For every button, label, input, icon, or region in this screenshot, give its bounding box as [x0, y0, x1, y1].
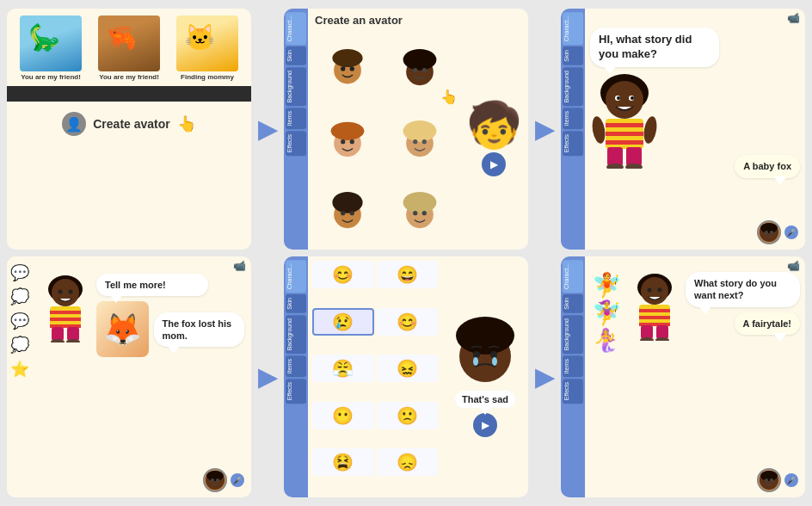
- svg-rect-35: [606, 140, 643, 145]
- svg-point-15: [422, 139, 427, 144]
- tab-items-2[interactable]: Items: [286, 108, 306, 129]
- svg-rect-54: [52, 327, 64, 341]
- mini-face-svg-6: [759, 470, 779, 491]
- question-bubble-6: What story do you want next?: [686, 272, 800, 307]
- emotion-8[interactable]: 🙁: [377, 402, 439, 429]
- video-icon-3[interactable]: 📹: [787, 12, 800, 24]
- book-item-2[interactable]: 🦐 You are my friend!: [98, 15, 160, 81]
- svg-point-1: [332, 49, 362, 67]
- face-svg-4: [401, 120, 439, 158]
- fairy-figures: 🧚 🧚‍♀️ 🧜‍♀️: [590, 272, 624, 353]
- svg-point-67: [492, 357, 497, 366]
- video-icon-4[interactable]: 📹: [233, 260, 246, 272]
- emotion-9[interactable]: 😫: [312, 448, 374, 476]
- tab-effects-5[interactable]: Effects: [286, 379, 306, 404]
- emotion-1[interactable]: 😊: [312, 261, 374, 288]
- bubbles-col-4: Tell me more! 🦊 The fox lost his mom.: [96, 274, 244, 357]
- tab-effects-3[interactable]: Effects: [563, 131, 583, 156]
- tab-character-5[interactable]: Charact...: [286, 260, 306, 293]
- svg-point-60: [211, 478, 214, 482]
- arrow-2: ▶: [535, 115, 554, 144]
- svg-rect-74: [639, 316, 670, 319]
- mermaid: 🧜‍♀️: [592, 329, 622, 351]
- tab-background-5[interactable]: Background: [286, 315, 306, 354]
- play-button-5[interactable]: ▶: [473, 413, 497, 437]
- play-button[interactable]: ▶: [482, 152, 506, 176]
- svg-rect-37: [626, 147, 642, 166]
- book-item-1[interactable]: 🦕 You are my friend!: [20, 15, 82, 81]
- tab-character-2[interactable]: Charact...: [286, 12, 306, 45]
- book-cover-2[interactable]: 🦐: [98, 15, 160, 71]
- svg-point-3: [350, 66, 354, 71]
- mic-icon-3[interactable]: 🎤: [784, 225, 798, 239]
- svg-point-65: [490, 351, 497, 358]
- face-3[interactable]: [313, 105, 382, 173]
- panel5-body: 😊 😄 😢 😊 😤 😖 😶 🙁 😫 😞: [308, 256, 528, 497]
- emotion-3-selected[interactable]: 😢: [312, 308, 374, 336]
- mic-icon-6[interactable]: 🎤: [784, 473, 798, 487]
- face-4[interactable]: [385, 105, 454, 173]
- tab-character-6[interactable]: Charact...: [563, 260, 583, 293]
- emotion-7[interactable]: 😶: [312, 402, 374, 429]
- arrow-3: ▶: [258, 363, 277, 392]
- bubbles-col-6: What story do you want next? A fairytale…: [686, 272, 800, 335]
- tab-effects-6[interactable]: Effects: [563, 379, 583, 404]
- book-cover-1[interactable]: 🦕: [20, 15, 82, 71]
- side-tabs-2: Charact... Skin Background Items Effects: [284, 9, 308, 250]
- tab-skin-3[interactable]: Skin: [563, 46, 583, 65]
- emotion-preview: That's sad ▶: [442, 256, 528, 497]
- svg-rect-52: [50, 318, 81, 321]
- faces-grid: 👆: [308, 28, 459, 250]
- emotion-5[interactable]: 😤: [312, 355, 374, 382]
- avatar-preview: 🧒 ▶: [459, 28, 528, 250]
- mini-avatar-4: [203, 468, 227, 492]
- tab-skin-2[interactable]: Skin: [286, 46, 306, 65]
- book-item-3[interactable]: 🐱 Finding mommy: [176, 15, 238, 81]
- svg-point-5: [403, 49, 437, 71]
- book-3-label: Finding mommy: [181, 73, 234, 81]
- arrow-1: ▶: [258, 115, 277, 144]
- create-avator-button[interactable]: 👤 Create avator 👆: [48, 105, 210, 143]
- panel2-title: Create an avator: [308, 9, 528, 28]
- tab-character-3[interactable]: Charact...: [563, 12, 583, 45]
- svg-point-69: [641, 277, 668, 305]
- tab-skin-5[interactable]: Skin: [286, 294, 306, 313]
- emotion-6[interactable]: 😖: [377, 355, 439, 382]
- tab-background-2[interactable]: Background: [286, 67, 306, 106]
- chat-bubbles-sidebar: 💬 💭 💬 💭 ⭐: [7, 256, 33, 497]
- emotion-10[interactable]: 😞: [377, 448, 439, 476]
- tab-items-3[interactable]: Items: [563, 108, 583, 129]
- panel-next-story: Charact... Skin Background Items Effects…: [561, 256, 805, 497]
- panel4-content: 📹: [33, 256, 251, 497]
- svg-point-20: [341, 211, 345, 215]
- fairy-2: 🧚‍♀️: [592, 301, 622, 325]
- video-icon-6[interactable]: 📹: [787, 260, 800, 272]
- tab-items-6[interactable]: Items: [563, 355, 583, 377]
- face-5[interactable]: [313, 176, 382, 244]
- svg-point-24: [413, 211, 417, 215]
- fox-image: 🦊: [96, 301, 149, 357]
- tab-items-5[interactable]: Items: [286, 355, 306, 377]
- avatar-bottom-6: 🎤: [757, 468, 798, 492]
- mini-face-svg: [759, 222, 779, 243]
- side-tabs-6: Charact... Skin Background Items Effects: [561, 256, 585, 497]
- face-6[interactable]: [385, 176, 454, 244]
- svg-point-13: [403, 120, 437, 142]
- mic-icon-4[interactable]: 🎤: [231, 473, 244, 487]
- emotion-2[interactable]: 😄: [377, 261, 439, 288]
- tab-skin-6[interactable]: Skin: [563, 294, 583, 313]
- emotion-4[interactable]: 😊: [377, 308, 439, 336]
- tab-effects-2[interactable]: Effects: [286, 131, 306, 156]
- face-1[interactable]: [313, 34, 382, 102]
- svg-point-14: [413, 139, 417, 144]
- book-cover-3[interactable]: 🐱: [176, 15, 238, 71]
- svg-point-27: [606, 81, 643, 119]
- svg-rect-76: [641, 325, 653, 339]
- tab-background-3[interactable]: Background: [563, 67, 583, 106]
- cursor-icon: 👆: [177, 114, 196, 133]
- svg-rect-33: [606, 123, 643, 127]
- tab-background-6[interactable]: Background: [563, 315, 583, 354]
- char-row-3: A baby fox: [590, 74, 800, 178]
- panel2-body: 👆: [308, 28, 528, 250]
- face-2[interactable]: 👆: [385, 34, 454, 102]
